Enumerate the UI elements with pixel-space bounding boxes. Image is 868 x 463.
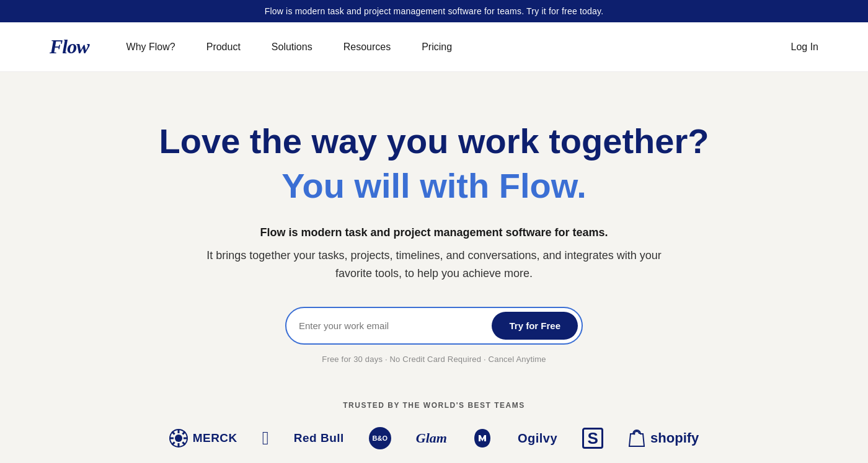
svg-line-8 [182, 432, 185, 434]
brand-apple:  [262, 428, 269, 449]
login-button[interactable]: Log In [791, 42, 818, 53]
bo-icon: B&O [369, 427, 391, 449]
svg-line-7 [182, 443, 185, 445]
email-form-wrapper: Try for Free [12, 307, 856, 345]
navbar: Flow Why Flow? Product Solutions Resourc… [0, 22, 868, 72]
svg-line-9 [172, 443, 174, 445]
try-free-button[interactable]: Try for Free [492, 312, 578, 340]
svg-line-6 [172, 432, 174, 434]
merck-icon [169, 429, 188, 448]
apple-icon:  [262, 428, 269, 449]
brand-skillshare: S [582, 428, 603, 449]
email-form: Try for Free [285, 307, 583, 345]
hero-title-line1: Love the way you work together? [12, 121, 856, 161]
nav-solutions[interactable]: Solutions [272, 42, 312, 53]
ogilvy-label: Ogilvy [518, 431, 557, 446]
hero-subtitle-light: It brings together your tasks, projects,… [192, 247, 676, 283]
nav-resources[interactable]: Resources [343, 42, 391, 53]
glam-label: Glam [416, 430, 447, 446]
nav-pricing[interactable]: Pricing [422, 42, 452, 53]
brand-merck: MERCK [169, 429, 237, 448]
brand-bo: B&O [369, 427, 391, 449]
skillshare-icon: S [582, 428, 603, 449]
nav-links: Why Flow? Product Solutions Resources Pr… [126, 42, 791, 53]
hero-subtitle-bold: Flow is modern task and project manageme… [12, 226, 856, 239]
brand-redbull: Red Bull [294, 431, 344, 445]
hero-section: Love the way you work together? You will… [0, 72, 868, 463]
svg-point-10 [634, 433, 636, 435]
carhartt-icon [472, 428, 493, 449]
top-banner: Flow is modern task and project manageme… [0, 0, 868, 22]
merck-label: MERCK [193, 431, 237, 445]
trusted-section: TRUSTED BY THE WORLD'S BEST TEAMS MERCK [12, 401, 856, 463]
banner-text: Flow is modern task and project manageme… [265, 6, 604, 16]
redbull-label: Red Bull [294, 431, 344, 445]
nav-why-flow[interactable]: Why Flow? [126, 42, 175, 53]
brand-glam: Glam [416, 430, 447, 446]
email-input[interactable] [299, 320, 492, 331]
brand-shopify: shopify [628, 429, 699, 448]
logo[interactable]: Flow [50, 35, 89, 58]
brand-carhartt [472, 428, 493, 449]
form-meta: Free for 30 days · No Credit Card Requir… [12, 355, 856, 364]
nav-product[interactable]: Product [206, 42, 241, 53]
hero-title-line2: You will with Flow. [12, 166, 856, 206]
logos-row: MERCK  Red Bull B&O Glam [25, 427, 843, 449]
trusted-label: TRUSTED BY THE WORLD'S BEST TEAMS [25, 401, 843, 410]
svg-point-1 [175, 434, 182, 442]
shopify-label: shopify [650, 430, 699, 446]
shopify-bag-icon [628, 429, 645, 448]
brand-ogilvy: Ogilvy [518, 431, 557, 446]
